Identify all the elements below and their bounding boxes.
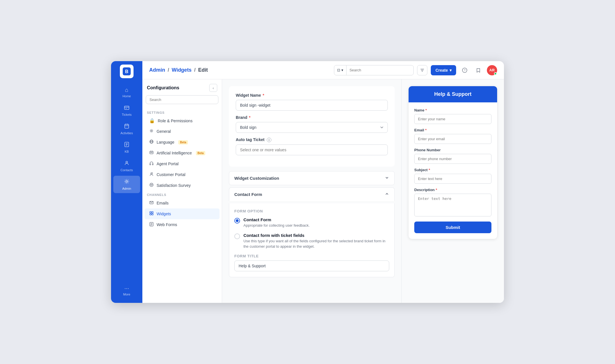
left-search-input[interactable]	[146, 95, 218, 104]
headset-icon	[149, 161, 154, 167]
sidebar-item-tickets[interactable]: Tickets	[113, 102, 140, 119]
widget-email-field[interactable]	[414, 134, 491, 144]
radio-contact-form-desc: Appropriate for collecting user feedback…	[243, 223, 310, 228]
nav-item-widgets[interactable]: Widgets	[145, 208, 220, 219]
create-chevron-icon: ▾	[450, 68, 452, 73]
sidebar-item-activities[interactable]: Activities	[113, 120, 140, 138]
search-type-selector[interactable]: ⊡ ▾	[334, 65, 347, 75]
widget-name-label: Widget Name *	[236, 93, 388, 98]
widget-subject-field-label: Subject *	[414, 168, 491, 172]
help-button[interactable]: ?	[460, 65, 470, 75]
nav-item-ai[interactable]: Artificial Intelligence Beta	[145, 148, 220, 158]
nav-label-widgets: Widgets	[157, 212, 171, 216]
widget-subject-field[interactable]	[414, 174, 491, 184]
search-input[interactable]	[347, 68, 413, 72]
nav-item-customer-portal[interactable]: Customer Portal	[145, 169, 220, 180]
nav-item-agent-portal[interactable]: Agent Portal	[145, 158, 220, 169]
web-forms-icon	[149, 222, 154, 228]
nav-label-agent-portal: Agent Portal	[157, 162, 179, 166]
sidebar-item-label-tickets: Tickets	[122, 113, 132, 116]
nav-item-emails[interactable]: Emails	[145, 198, 220, 208]
sidebar-item-label-contacts: Contacts	[120, 168, 133, 172]
widget-description-field-label: Description *	[414, 188, 491, 192]
radio-contact-form[interactable]	[234, 218, 240, 224]
brand-label: Brand *	[236, 115, 388, 120]
nav-label-satisfaction-survey: Satisfaction Survey	[157, 183, 191, 188]
bookmark-button[interactable]	[473, 65, 483, 75]
widget-customization-chevron-icon	[385, 175, 389, 181]
nav-label-ai: Artificial Intelligence	[157, 151, 192, 155]
svg-rect-2	[124, 106, 129, 109]
svg-rect-24	[150, 151, 153, 154]
collapse-button[interactable]: ‹	[209, 84, 217, 92]
brand-select[interactable]: Bold sign	[236, 122, 388, 133]
subject-required: *	[429, 168, 430, 172]
widget-name-input[interactable]	[236, 100, 388, 111]
create-button[interactable]: Create ▾	[431, 65, 456, 75]
form-title-input[interactable]	[234, 260, 389, 271]
nav-item-role-permissions[interactable]: 🔒 Role & Permissions	[145, 115, 220, 126]
breadcrumb-admin[interactable]: Admin	[149, 67, 165, 73]
widget-name-field[interactable]	[414, 114, 491, 124]
nav-item-web-forms[interactable]: Web Forms	[145, 219, 220, 230]
svg-rect-35	[152, 212, 153, 213]
radio-option-contact-form: Contact Form Appropriate for collecting …	[234, 217, 389, 228]
auto-tag-label: Auto tag Ticket i	[236, 137, 388, 142]
nav-item-general[interactable]: General	[145, 126, 220, 137]
logo[interactable]: B	[120, 65, 134, 78]
nav-item-language[interactable]: Language Beta	[145, 137, 220, 148]
widget-customization-accordion[interactable]: Widget Customization	[229, 171, 395, 185]
widget-preview-header: Help & Support	[409, 86, 497, 102]
sidebar: B ⌂ Home Tickets Activities KB	[111, 61, 142, 303]
svg-rect-27	[150, 164, 151, 165]
email-icon	[149, 200, 154, 206]
brand-required: *	[249, 115, 250, 120]
contact-form-label: Contact Form	[234, 192, 262, 197]
name-required: *	[425, 108, 427, 112]
sidebar-item-label-activities: Activities	[120, 131, 133, 135]
svg-point-13	[126, 161, 128, 163]
widget-description-field[interactable]	[414, 194, 491, 216]
widget-phone-field-label: Phone Number	[414, 148, 491, 152]
sidebar-item-label-more: More	[123, 293, 130, 296]
avatar-initials: AR	[489, 68, 495, 72]
left-panel-header: Configurations ‹	[142, 84, 222, 95]
sidebar-item-more[interactable]: ··· More	[113, 282, 140, 299]
radio-ticket-fields-label: Contact form with ticket fields	[243, 233, 389, 238]
tickets-icon	[124, 105, 130, 112]
nav-label-web-forms: Web Forms	[157, 222, 177, 227]
svg-rect-37	[152, 214, 153, 215]
sidebar-item-contacts[interactable]: Contacts	[113, 157, 140, 175]
sidebar-item-label-kb: KB	[125, 150, 129, 153]
avatar[interactable]: AR	[487, 65, 497, 75]
radio-ticket-fields[interactable]	[234, 233, 240, 239]
auto-tag-info-icon: i	[267, 138, 271, 142]
globe-icon	[149, 139, 154, 145]
svg-text:?: ?	[464, 69, 466, 72]
customer-portal-icon	[149, 172, 154, 177]
breadcrumb-widgets[interactable]: Widgets	[172, 67, 192, 73]
sidebar-item-kb[interactable]: KB	[113, 139, 140, 156]
nav-label-general: General	[157, 129, 171, 134]
lock-icon: 🔒	[149, 118, 155, 123]
auto-tag-input[interactable]	[236, 144, 388, 155]
settings-section-label: SETTINGS	[142, 109, 222, 115]
widgets-icon	[149, 211, 154, 217]
nav-item-satisfaction-survey[interactable]: Satisfaction Survey	[145, 180, 220, 191]
ai-beta-badge: Beta	[196, 151, 206, 155]
contact-form-accordion[interactable]: Contact Form	[229, 187, 395, 201]
widget-name-required: *	[263, 93, 264, 98]
svg-text:B: B	[125, 69, 128, 74]
widget-phone-field[interactable]	[414, 154, 491, 164]
widget-submit-button[interactable]: Submit	[414, 222, 491, 233]
radio-ticket-fields-content: Contact form with ticket fields Use this…	[243, 233, 389, 249]
nav-label-emails: Emails	[157, 201, 169, 205]
svg-point-30	[150, 183, 153, 187]
radio-contact-form-content: Contact Form Appropriate for collecting …	[243, 217, 310, 228]
svg-rect-36	[150, 214, 151, 215]
sidebar-item-home[interactable]: ⌂ Home	[113, 84, 140, 101]
radio-option-ticket-fields: Contact form with ticket fields Use this…	[234, 233, 389, 249]
filter-button[interactable]	[417, 65, 427, 75]
widget-preview: Help & Support Name * Email *	[409, 86, 497, 239]
sidebar-item-admin[interactable]: Admin	[113, 176, 140, 193]
